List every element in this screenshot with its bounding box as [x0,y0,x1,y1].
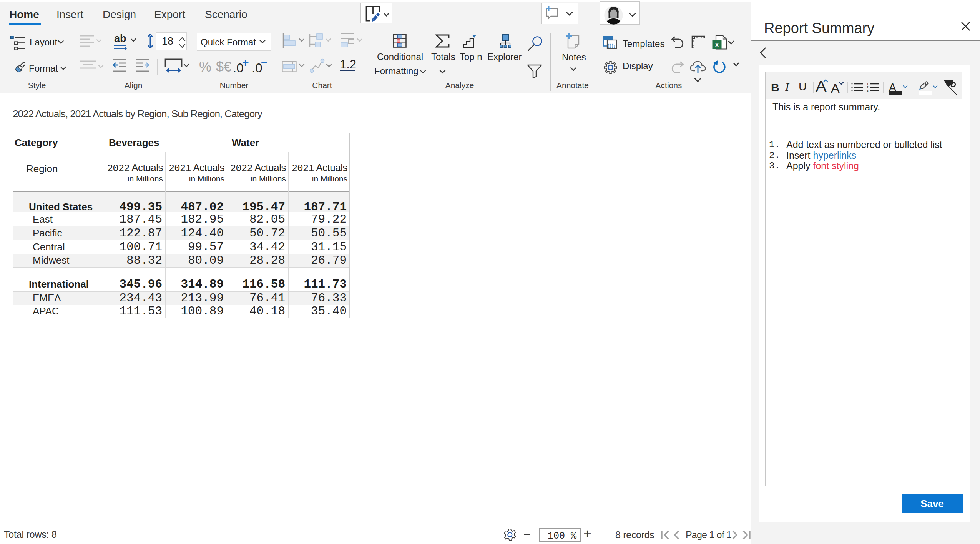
svg-text:X: X [715,42,719,49]
svg-text:3: 3 [867,89,869,92]
